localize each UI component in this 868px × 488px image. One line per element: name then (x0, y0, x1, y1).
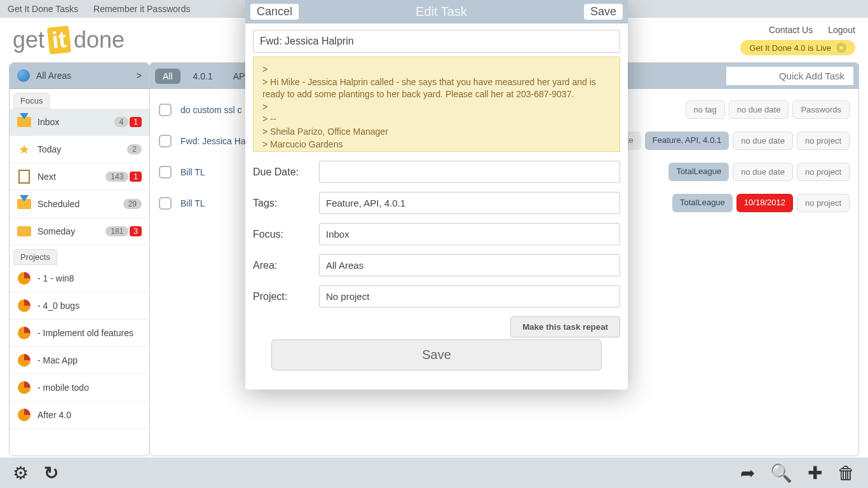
trash-icon[interactable] (837, 463, 855, 484)
nav-label: Someday (37, 226, 99, 236)
count-badge: 181 (105, 226, 128, 236)
refresh-icon[interactable] (44, 463, 58, 484)
task-checkbox[interactable] (159, 166, 172, 179)
announcement-text: Get It Done 4.0 is Live (749, 43, 831, 53)
save-button[interactable]: Save (584, 4, 623, 20)
task-title-input[interactable] (253, 30, 620, 53)
sidebar-item-inbox[interactable]: Inbox 4 1 (10, 109, 149, 136)
project-label: Project: (253, 291, 311, 302)
focus-section-label: Focus (13, 93, 50, 109)
project-label: - mobile todo (37, 383, 142, 393)
nav-icon (17, 115, 31, 129)
task-tag[interactable]: Passwords (792, 100, 850, 119)
bottom-toolbar (0, 458, 868, 488)
make-repeat-button[interactable]: Make this task repeat (510, 316, 620, 337)
add-icon[interactable] (808, 463, 822, 484)
nav-icon (17, 197, 31, 211)
nav-icon (17, 170, 31, 184)
tags-input[interactable] (319, 192, 620, 214)
project-item[interactable]: - 4_0 bugs (10, 292, 149, 320)
sidebar-item-someday[interactable]: Someday 181 3 (10, 218, 149, 245)
settings-icon[interactable] (13, 463, 29, 484)
project-label: - Implement old features (37, 328, 142, 338)
task-note-box[interactable]: >> Hi Mike - Jessica Halprin called - sh… (253, 57, 620, 152)
search-icon[interactable] (770, 463, 792, 484)
nav-label: Scheduled (37, 199, 117, 209)
task-checkbox[interactable] (159, 104, 172, 116)
task-tag[interactable]: no due date (733, 163, 793, 181)
header-links: Contact Us Logout Get It Done 4.0 is Liv… (740, 25, 855, 55)
focus-label: Focus: (253, 229, 311, 240)
logo-text-get: get (13, 27, 44, 53)
nav-label: Next (37, 172, 99, 182)
project-label: After 4.0 (37, 410, 142, 420)
pie-icon (17, 381, 31, 395)
cancel-button[interactable]: Cancel (250, 4, 299, 20)
task-checkbox[interactable] (159, 197, 172, 210)
nav-label: Inbox (37, 117, 108, 127)
overdue-badge: 3 (130, 226, 142, 236)
overdue-badge: 1 (130, 172, 142, 182)
area-selector[interactable]: All Areas > (10, 63, 149, 89)
logo-text-done: done (74, 27, 125, 53)
task-tag[interactable]: no tag (686, 100, 725, 119)
projects-section-label: Projects (13, 249, 57, 265)
logout-link[interactable]: Logout (828, 25, 855, 35)
project-item[interactable]: - Implement old features (10, 320, 149, 347)
filter-401[interactable]: 4.0.1 (186, 69, 220, 84)
task-tag[interactable]: TotalLeague (672, 194, 733, 212)
save-big-button[interactable]: Save (271, 339, 602, 370)
focus-input[interactable] (319, 223, 620, 245)
count-badge: 29 (123, 199, 142, 209)
announcement-badge[interactable]: Get It Done 4.0 is Live ✕ (740, 40, 855, 55)
task-tag[interactable]: no project (797, 163, 850, 181)
count-badge: 2 (127, 144, 142, 154)
project-item[interactable]: - 1 - win8 (10, 265, 149, 292)
due-date-input[interactable] (319, 161, 620, 183)
close-icon[interactable]: ✕ (836, 43, 846, 53)
project-item[interactable]: - mobile todo (10, 374, 149, 402)
task-tag[interactable]: Feature, API, 4.0.1 (645, 132, 729, 150)
task-tag[interactable]: no project (797, 132, 850, 150)
pie-icon (17, 271, 31, 285)
project-item[interactable]: - Mac App (10, 347, 149, 374)
sidebar-item-today[interactable]: ★ Today 2 (10, 136, 149, 163)
area-label: All Areas (36, 71, 71, 81)
tags-label: Tags: (253, 198, 311, 209)
pie-icon (17, 326, 31, 340)
nav-label: Today (37, 144, 121, 154)
share-icon[interactable] (740, 463, 755, 484)
nav-icon (17, 224, 31, 238)
app-tab-tasks[interactable]: Get It Done Tasks (8, 4, 78, 14)
due-date-label: Due Date: (253, 166, 311, 178)
task-tag[interactable]: no project (797, 194, 850, 212)
overdue-badge: 1 (130, 117, 142, 127)
sidebar-item-scheduled[interactable]: Scheduled 29 (10, 191, 149, 218)
task-tag[interactable]: no due date (733, 132, 793, 150)
quick-add-input[interactable] (726, 67, 853, 85)
task-tag[interactable]: no due date (729, 100, 789, 119)
project-label: - 4_0 bugs (37, 301, 142, 311)
area-input[interactable] (319, 254, 620, 276)
count-badge: 4 (114, 117, 129, 127)
sidebar: All Areas > Focus Inbox 4 1 ★ Today 2 Ne… (9, 62, 150, 456)
contact-link[interactable]: Contact Us (769, 25, 813, 35)
globe-icon (17, 69, 30, 82)
task-tag[interactable]: TotalLeague (668, 163, 729, 181)
pie-icon (17, 353, 31, 367)
task-checkbox[interactable] (159, 135, 172, 147)
logo: get it done (13, 27, 125, 53)
logo-it-box: it (47, 25, 71, 54)
task-tag[interactable]: 10/18/2012 (736, 194, 793, 212)
filter-all[interactable]: All (155, 69, 180, 84)
area-label: Area: (253, 260, 311, 271)
sidebar-item-next[interactable]: Next 143 1 (10, 163, 149, 191)
nav-icon: ★ (17, 142, 31, 156)
app-tab-passwords[interactable]: Remember it Passwords (93, 4, 191, 14)
project-item[interactable]: After 4.0 (10, 402, 149, 429)
modal-header: Cancel Edit Task Save (245, 0, 628, 24)
project-input[interactable] (319, 285, 620, 308)
pie-icon (17, 408, 31, 422)
project-label: - 1 - win8 (37, 273, 142, 283)
chevron-right-icon: > (137, 71, 142, 81)
